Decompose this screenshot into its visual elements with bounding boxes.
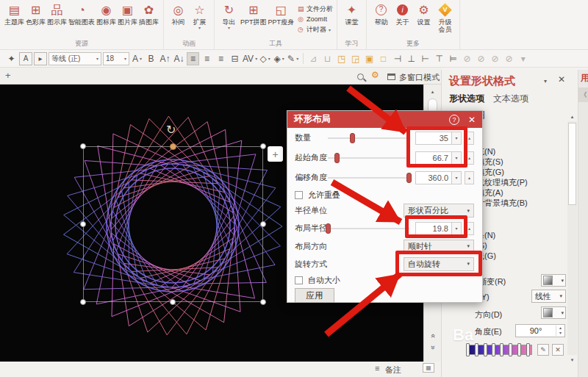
group-icon[interactable]: ▣	[363, 52, 376, 65]
rotate-handle-icon[interactable]: ↻	[166, 123, 176, 137]
send-backward-icon[interactable]: ◲	[349, 52, 362, 65]
icon-library-button[interactable]: ◉图标库	[96, 2, 117, 26]
gradient-type-select[interactable]: 线性▾	[531, 290, 566, 303]
scroll-down-icon[interactable]: ▾	[567, 356, 577, 365]
gradient-stop-handle[interactable]	[526, 343, 530, 356]
tween-button[interactable]: ◎补间	[168, 2, 189, 26]
scroll-up-icon[interactable]: ▴	[427, 87, 438, 96]
tab-text-options[interactable]: 文本选项	[493, 93, 528, 105]
layout-radius-increase-button[interactable]: ▴	[465, 222, 474, 235]
ungroup-icon[interactable]: □	[377, 52, 390, 65]
distribute-objects-icon[interactable]: ⊨	[447, 52, 459, 65]
increase-font-icon[interactable]: A↑	[159, 52, 171, 65]
slider-thumb[interactable]	[350, 133, 355, 143]
normal-view-icon[interactable]: ▦	[423, 363, 434, 373]
align-right-icon[interactable]: ≡	[215, 52, 227, 65]
export-button[interactable]: ↻导出▾	[218, 2, 240, 30]
shape-fill-icon[interactable]: ◈▾	[273, 52, 285, 65]
count-increase-button[interactable]: ▴	[465, 132, 474, 145]
new-slide-tab-button[interactable]: +	[5, 70, 11, 81]
bold-icon[interactable]: B	[145, 52, 157, 65]
edit-points-icon[interactable]: ⊿	[307, 52, 320, 65]
slider-thumb[interactable]	[406, 173, 412, 183]
shape-outline-icon[interactable]: ✎▾	[287, 52, 299, 65]
decrease-font-icon[interactable]: A↓	[173, 52, 185, 65]
effects-icon[interactable]: ✦	[5, 52, 18, 65]
ppt-slim-button[interactable]: ◱PPT瘦身	[268, 2, 295, 26]
help-icon[interactable]: ?	[449, 115, 459, 125]
apply-button[interactable]: 应用	[295, 288, 334, 303]
bring-forward-icon[interactable]: ◳	[335, 52, 348, 65]
align-left-icon[interactable]: ≡	[187, 52, 199, 65]
spinner-arrows-icon[interactable]: ▴▾	[556, 326, 564, 336]
offset-angle-slider[interactable]	[328, 177, 409, 179]
scrollbar-thumb[interactable]	[568, 123, 576, 205]
clipart-library-button[interactable]: ✿插图库	[138, 2, 159, 26]
settings-button[interactable]: ⚙设置	[413, 2, 434, 26]
align-objects-top-icon[interactable]: ⊤	[433, 52, 445, 65]
add-gradient-stop-button[interactable]: ✎	[537, 344, 549, 356]
char-spacing-icon[interactable]: AV▾	[243, 52, 257, 65]
count-slider[interactable]	[328, 137, 409, 139]
upgrade-vip-button[interactable]: V升级会员	[434, 2, 456, 33]
zoomit-button[interactable]: ◎ZoomIt	[298, 14, 333, 24]
next-slide-icon[interactable]: «	[428, 342, 438, 353]
panel-dropdown-icon[interactable]: ▾	[544, 78, 547, 85]
flip-v-icon[interactable]: ⊘	[503, 52, 515, 65]
align-objects-left-icon[interactable]: ⊣	[391, 52, 404, 65]
font-color-icon[interactable]: A▾	[131, 52, 143, 65]
gradient-stops-bar[interactable]	[466, 345, 532, 355]
adjust-handle[interactable]	[170, 143, 176, 150]
line-spacing-icon[interactable]: ⊟	[229, 52, 241, 65]
layout-direction-select[interactable]: 顺时针▾	[404, 240, 474, 254]
selection-handle[interactable]	[260, 299, 266, 305]
gradient-stop-handle[interactable]	[492, 343, 495, 356]
panel-close-icon[interactable]: ✕	[558, 74, 565, 85]
tab-shape-options[interactable]: 形状选项	[449, 93, 484, 105]
align-objects-right-icon[interactable]: ⊢	[419, 52, 431, 65]
start-angle-increase-button[interactable]: ▴	[465, 151, 474, 165]
smart-chart-button[interactable]: ◔智能图表	[68, 2, 96, 26]
selection-handle[interactable]	[80, 143, 86, 149]
classroom-button[interactable]: ✦课堂	[341, 2, 362, 26]
slider-thumb[interactable]	[334, 153, 340, 163]
slider-thumb[interactable]	[326, 223, 331, 234]
rotate-left-icon[interactable]: ⊘	[461, 52, 473, 65]
text-box-icon[interactable]: A	[19, 52, 32, 65]
gear-icon[interactable]: ⚙	[371, 70, 379, 80]
close-icon[interactable]: ✕	[468, 115, 476, 125]
preset-gradient-dropdown[interactable]: ▾	[541, 274, 566, 287]
selection-handle[interactable]	[260, 143, 266, 149]
auto-size-checkbox[interactable]	[295, 276, 303, 284]
merge-shapes-icon[interactable]: ⊔	[321, 52, 334, 65]
radius-unit-select[interactable]: 形状百分比▾	[404, 204, 474, 218]
count-value-field[interactable]: 35	[415, 132, 452, 145]
layout-radius-slider[interactable]	[328, 228, 409, 229]
image-library-button[interactable]: ▣图片库	[117, 2, 138, 26]
remove-gradient-stop-button[interactable]: ✕	[552, 344, 564, 356]
align-center-icon[interactable]: ≡	[201, 52, 213, 65]
selection-handle[interactable]	[260, 221, 266, 227]
layout-radius-value-field[interactable]: 19.8	[415, 222, 452, 235]
offset-angle-value-field[interactable]: 360.0	[415, 171, 452, 184]
selection-handle[interactable]	[80, 299, 86, 305]
rotate-mode-select[interactable]: 自动旋转▾	[404, 257, 474, 271]
more-arrange-dropdown[interactable]: ▾	[517, 52, 529, 65]
selection-handle[interactable]	[170, 299, 176, 305]
start-angle-decrease-button[interactable]: ▾	[452, 151, 462, 165]
color-library-button[interactable]: ⊞色彩库	[25, 2, 46, 26]
about-button[interactable]: i关于	[392, 2, 413, 26]
gradient-angle-spinner[interactable]: 90°▴▾	[515, 324, 565, 337]
ppt-merge-button[interactable]: ⊞PPT拼图	[240, 2, 268, 26]
gradient-stop-handle[interactable]	[517, 343, 521, 356]
file-analysis-button[interactable]: ▤文件分析	[298, 4, 333, 14]
extend-button[interactable]: ☆扩展▾	[189, 2, 210, 30]
notes-button[interactable]: 备注	[385, 365, 401, 376]
gradient-direction-dropdown[interactable]: ▾	[541, 306, 566, 319]
gradient-stop-handle[interactable]	[466, 343, 470, 356]
multiwindow-mode-button[interactable]: 多窗口模式	[399, 72, 440, 83]
previous-slide-icon[interactable]: «	[428, 331, 438, 342]
layout-radius-decrease-button[interactable]: ▾	[452, 222, 462, 235]
start-angle-value-field[interactable]: 66.7	[415, 151, 452, 165]
quick-add-button[interactable]: +	[268, 146, 283, 162]
